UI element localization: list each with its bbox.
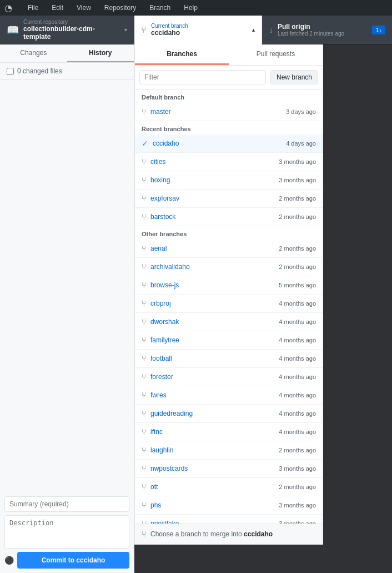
current-branch-label: Current branch <box>151 23 248 29</box>
branch-row-icon: ⑂ <box>142 299 146 308</box>
branch-row-name: expforsav <box>150 195 274 202</box>
branch-row-icon: ⑂ <box>142 317 146 326</box>
menu-edit[interactable]: Edit <box>49 3 66 13</box>
branch-row-icon: ⑂ <box>142 281 146 290</box>
commit-button[interactable]: Commit to cccidaho <box>17 552 129 569</box>
repo-name: collectionbuilder-cdm-template <box>23 25 120 41</box>
branch-row-boxing[interactable]: ⑂ boxing 3 months ago <box>135 171 323 190</box>
branch-row-name: laughlin <box>150 446 274 454</box>
branch-row-time: 3 months ago <box>279 177 316 183</box>
check-icon: ✓ <box>142 139 148 148</box>
description-input[interactable] <box>4 515 129 549</box>
branch-row-time: 4 months ago <box>279 410 316 417</box>
tab-history[interactable]: History <box>67 44 134 62</box>
branch-row-time: 4 months ago <box>279 318 316 325</box>
main-area: Changes History 0 changed files ⚫ Commit… <box>0 44 392 573</box>
branch-info: Current branch cccidaho <box>151 23 248 37</box>
branch-row-nwpostcards[interactable]: ⑂ nwpostcards 3 months ago <box>135 460 323 478</box>
branch-row-icon: ⑂ <box>142 501 146 510</box>
branch-selector[interactable]: ⑂ Current branch cccidaho ▴ <box>134 16 262 44</box>
branch-row-icon: ⑂ <box>142 212 146 221</box>
pull-time: Last fetched 2 minutes ago <box>278 31 368 37</box>
pull-origin-section[interactable]: ↓ Pull origin Last fetched 2 minutes ago… <box>262 16 392 44</box>
branch-row-name: cities <box>150 158 274 166</box>
branch-row-name: crbproj <box>150 300 274 307</box>
branch-row-time: 4 days ago <box>286 140 316 147</box>
branch-row-name: master <box>150 108 282 116</box>
current-branch-name: cccidaho <box>151 29 248 37</box>
menu-repository[interactable]: Repository <box>102 3 138 13</box>
branch-row-crbproj[interactable]: ⑂ crbproj 4 months ago <box>135 295 323 313</box>
branch-row-laughlin[interactable]: ⑂ laughlin 2 months ago <box>135 441 323 460</box>
branch-row-archivalidaho[interactable]: ⑂ archivalidaho 2 months ago <box>135 258 323 276</box>
branch-row-football[interactable]: ⑂ football 4 months ago <box>135 350 323 368</box>
branch-row-ott[interactable]: ⑂ ott 2 months ago <box>135 478 323 496</box>
other-branches-header: Other branches <box>135 226 323 240</box>
branch-row-familytree[interactable]: ⑂ familytree 4 months ago <box>135 331 323 350</box>
branch-row-phs[interactable]: ⑂ phs 3 months ago <box>135 496 323 515</box>
branch-row-cccidaho[interactable]: ✓ cccidaho 4 days ago <box>135 134 323 153</box>
menu-branch[interactable]: Branch <box>147 3 173 13</box>
branch-row-name: cccidaho <box>153 139 282 147</box>
select-all-checkbox[interactable] <box>7 68 14 75</box>
new-branch-button[interactable]: New branch <box>270 70 318 84</box>
filter-input[interactable] <box>139 70 266 84</box>
pull-badge: 1↓ <box>372 26 385 34</box>
branch-row-cities[interactable]: ⑂ cities 3 months ago <box>135 153 323 171</box>
menu-bar: ◔ File Edit View Repository Branch Help <box>0 0 392 16</box>
branch-row-iftnc[interactable]: ⑂ iftnc 4 months ago <box>135 423 323 441</box>
branch-row-forester[interactable]: ⑂ forester 4 months ago <box>135 368 323 386</box>
default-branch-header: Default branch <box>135 89 323 103</box>
filter-row: New branch <box>135 66 323 89</box>
merge-icon: ⑂ <box>142 530 146 539</box>
branch-row-name: aerial <box>150 245 274 252</box>
commit-icon: ⚫ <box>4 556 14 565</box>
branch-row-time: 4 months ago <box>279 355 316 362</box>
branch-list: Default branch ⑂ master 3 days ago Recen… <box>135 89 323 524</box>
branch-row-icon: ⑂ <box>142 262 146 271</box>
branch-row-icon: ⑂ <box>142 176 146 185</box>
branch-row-name: iftnc <box>150 428 274 436</box>
menu-help[interactable]: Help <box>182 3 200 13</box>
branch-row-time: 4 months ago <box>279 428 316 435</box>
branch-row-icon: ⑂ <box>142 336 146 345</box>
branch-icon: ⑂ <box>141 25 147 35</box>
branch-row-time: 5 months ago <box>279 282 316 288</box>
menu-file[interactable]: File <box>26 3 41 13</box>
branch-row-icon: ⑂ <box>142 409 146 418</box>
branch-row-name: football <box>150 355 274 362</box>
branch-row-icon: ⑂ <box>142 372 146 381</box>
pull-icon: ↓ <box>269 25 273 35</box>
branch-row-aerial[interactable]: ⑂ aerial 2 months ago <box>135 240 323 258</box>
sidebar-commit-area: ⚫ Commit to cccidaho <box>0 322 134 574</box>
app-logo: ◔ <box>4 3 12 13</box>
branch-row-name: priestlake <box>150 520 274 524</box>
branch-row-master[interactable]: ⑂ master 3 days ago <box>135 103 323 121</box>
commit-row: ⚫ Commit to cccidaho <box>4 552 129 569</box>
branch-row-time: 4 months ago <box>279 392 316 398</box>
branch-row-expforsav[interactable]: ⑂ expforsav 2 months ago <box>135 190 323 208</box>
branch-row-dworshak[interactable]: ⑂ dworshak 4 months ago <box>135 313 323 331</box>
sidebar: Changes History 0 changed files ⚫ Commit… <box>0 44 134 573</box>
changed-files-count: 0 changed files <box>17 67 62 75</box>
repo-selector[interactable]: 📖 Current repository collectionbuilder-c… <box>0 16 134 44</box>
repo-label: Current repository <box>23 19 120 25</box>
toolbar: 📖 Current repository collectionbuilder-c… <box>0 16 392 44</box>
tab-changes[interactable]: Changes <box>0 44 67 62</box>
summary-input[interactable] <box>4 496 129 512</box>
branch-row-icon: ⑂ <box>142 427 146 436</box>
branch-row-priestlake[interactable]: ⑂ priestlake 3 months ago <box>135 515 323 524</box>
tab-branches[interactable]: Branches <box>135 44 229 65</box>
branch-row-fwres[interactable]: ⑂ fwres 4 months ago <box>135 386 323 405</box>
menu-view[interactable]: View <box>74 3 93 13</box>
branch-row-name: browse-js <box>150 281 274 289</box>
dropdown-tabs: Branches Pull requests <box>135 44 323 66</box>
branch-row-time: 3 months ago <box>279 158 316 165</box>
branch-row-guidedreading[interactable]: ⑂ guidedreading 4 months ago <box>135 405 323 423</box>
tab-pull-requests[interactable]: Pull requests <box>229 44 323 65</box>
branch-row-time: 2 months ago <box>279 195 316 202</box>
branch-row-name: familytree <box>150 336 274 344</box>
branch-row-browse-js[interactable]: ⑂ browse-js 5 months ago <box>135 276 323 295</box>
pull-label: Pull origin <box>278 23 368 31</box>
branch-row-barstock[interactable]: ⑂ barstock 2 months ago <box>135 208 323 226</box>
